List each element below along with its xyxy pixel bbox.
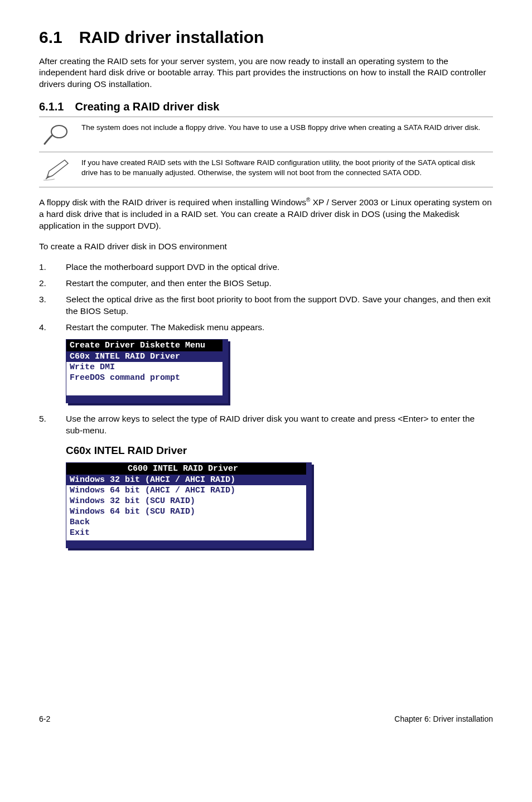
page-number: 6-2 [39,714,50,723]
body-paragraph-1: A floppy disk with the RAID driver is re… [39,196,493,232]
c600-raid-menu-screenshot: C600 INTEL RAID Driver Windows 32 bit (A… [66,462,493,548]
note-text: If you have created RAID sets with the L… [81,158,493,178]
list-item: 3.Select the optical drive as the first … [39,294,493,317]
sub-heading-c60x: C60x INTEL RAID Driver [66,445,493,457]
svg-point-0 [51,125,67,138]
menu-item: Back [66,517,306,528]
steps-list: 1.Place the motherboard support DVD in t… [39,262,493,334]
intro-paragraph: After creating the RAID sets for your se… [39,56,493,91]
page-footer: 6-2 Chapter 6: Driver installation [0,714,532,740]
body-paragraph-2: To create a RAID driver disk in DOS envi… [39,241,493,253]
menu-item: Write DMI [66,362,223,373]
steps-list-continued: 5.Use the arrow keys to select the type … [39,413,493,437]
magnifier-icon [39,123,81,146]
menu-item: Windows 64 bit (AHCI / AHCI RAID) [66,485,306,496]
menu-item: Windows 32 bit (SCU RAID) [66,496,306,506]
menu-selected-item: Windows 32 bit (AHCI / AHCI RAID) [66,475,306,485]
list-item: 4.Restart the computer. The Makedisk men… [39,322,493,334]
section-heading-6-1-1: 6.1.1 Creating a RAID driver disk [39,100,493,113]
note-text: The system does not include a floppy dri… [81,123,491,133]
pen-icon [39,158,81,181]
makedisk-menu-screenshot: Create Driver Diskette Menu C60x INTEL R… [66,339,493,403]
chapter-label: Chapter 6: Driver installation [394,714,493,723]
menu-title: C600 INTEL RAID Driver [66,463,306,475]
menu-item: Exit [66,528,306,538]
list-item: 5.Use the arrow keys to select the type … [39,413,493,437]
menu-item: FreeDOS command prompt [66,373,223,383]
page-heading: 6.1 RAID driver installation [39,28,493,47]
note-block-lsi-raid: If you have created RAID sets with the L… [39,152,493,187]
menu-selected-item: C60x INTEL RAID Driver [66,351,223,362]
menu-item: Windows 64 bit (SCU RAID) [66,506,306,517]
menu-title: Create Driver Diskette Menu [66,340,223,351]
list-item: 1.Place the motherboard support DVD in t… [39,262,493,273]
note-block-usb-floppy: The system does not include a floppy dri… [39,117,493,152]
list-item: 2.Restart the computer, and then enter t… [39,278,493,289]
